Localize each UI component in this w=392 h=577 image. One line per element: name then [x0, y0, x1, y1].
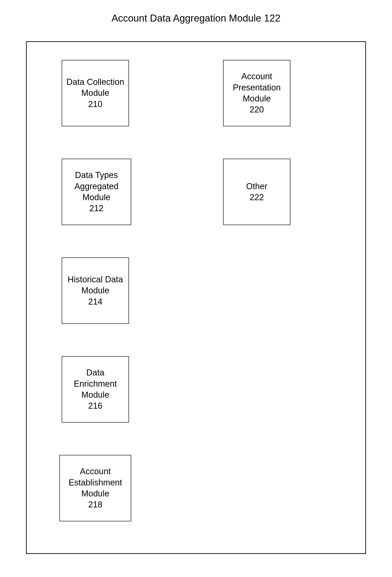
aggregation-module-container: Data Collection Module 210 Data Types Ag… [26, 41, 366, 554]
module-number: 218 [88, 499, 102, 510]
module-number: 212 [89, 203, 103, 214]
module-number: 210 [88, 99, 102, 110]
module-label: Data Types Aggregated Module [65, 170, 128, 203]
module-label: Account Presentation Module [226, 71, 287, 104]
module-number: 214 [88, 296, 102, 307]
historical-data-module-box: Historical Data Module 214 [62, 257, 129, 324]
account-presentation-module-box: Account Presentation Module 220 [223, 60, 291, 126]
module-label: Data Enrichment Module [65, 367, 126, 400]
data-collection-module-box: Data Collection Module 210 [62, 60, 129, 126]
module-label: Account Establishment Module [63, 466, 128, 499]
data-enrichment-module-box: Data Enrichment Module 216 [62, 356, 129, 423]
module-label: Other [246, 181, 267, 192]
other-module-box: Other 222 [223, 159, 291, 225]
account-establishment-module-box: Account Establishment Module 218 [60, 455, 131, 521]
data-types-aggregated-module-box: Data Types Aggregated Module 212 [62, 159, 131, 225]
diagram-title: Account Data Aggregation Module 122 [111, 13, 280, 24]
module-number: 220 [250, 104, 264, 115]
module-number: 216 [88, 400, 102, 411]
module-number: 222 [250, 192, 264, 203]
module-label: Data Collection Module [65, 76, 126, 99]
module-label: Historical Data Module [65, 274, 126, 296]
